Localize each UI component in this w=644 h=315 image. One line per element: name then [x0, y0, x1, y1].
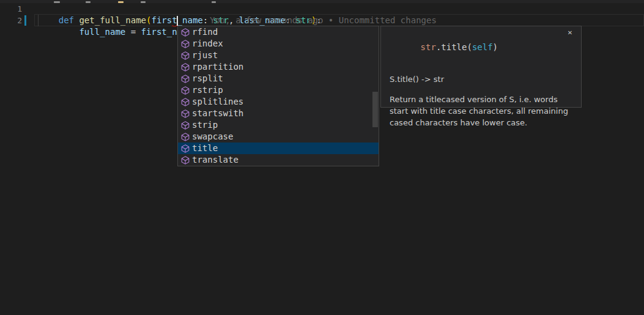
- code-editor: 1 2 def get_full_name(first_name: str, l…: [0, 0, 644, 315]
- method-icon: [180, 109, 190, 119]
- autocomplete-suggest-widget: rfind rindex rjust rpartition rsplit rst…: [177, 26, 379, 166]
- line-number-1[interactable]: 1: [0, 3, 22, 15]
- suggest-item-label: startswith: [192, 108, 243, 119]
- suggest-docs-panel: str.title(self) S.title() -> str Return …: [380, 26, 582, 108]
- method-icon: [180, 155, 190, 165]
- method-icon: [180, 74, 190, 84]
- token-operator: =: [125, 27, 141, 37]
- method-icon: [180, 51, 190, 61]
- method-icon: [180, 62, 190, 72]
- close-icon[interactable]: ✕: [566, 29, 574, 37]
- sig-token-bracket: ): [493, 42, 498, 52]
- method-icon: [180, 120, 190, 130]
- method-icon: [180, 132, 190, 142]
- gutter-modified-indicator: [24, 15, 26, 26]
- sig-token-type: str: [421, 42, 436, 52]
- docs-description: Return a titlecased version of S, i.e. w…: [390, 94, 574, 128]
- suggest-item-label: rindex: [192, 38, 223, 50]
- docs-summary: S.title() -> str: [390, 73, 572, 85]
- docs-signature: str.title(self): [390, 31, 572, 64]
- text-cursor: [177, 16, 178, 26]
- suggest-item-startswith[interactable]: startswith: [178, 108, 379, 119]
- suggest-item-rfind[interactable]: rfind: [178, 26, 379, 38]
- suggest-item-strip[interactable]: strip: [178, 119, 379, 131]
- method-icon: [180, 39, 190, 49]
- method-icon: [180, 28, 190, 37]
- token-indent: [59, 27, 80, 37]
- suggest-item-rstrip[interactable]: rstrip: [178, 84, 379, 96]
- sig-token-method: .title(: [436, 42, 472, 52]
- suggest-item-label: strip: [192, 119, 218, 131]
- method-icon: [180, 86, 190, 95]
- suggest-item-rindex[interactable]: rindex: [178, 38, 379, 50]
- suggest-item-label: rstrip: [192, 84, 223, 96]
- suggest-item-rpartition[interactable]: rpartition: [178, 61, 379, 73]
- suggest-item-label: rpartition: [192, 61, 243, 73]
- suggest-item-label: splitlines: [192, 96, 243, 108]
- token-variable: full_name: [79, 27, 125, 37]
- suggest-item-splitlines[interactable]: splitlines: [178, 96, 379, 108]
- suggest-scrollbar-thumb[interactable]: [372, 92, 378, 127]
- sig-token-parameter: self: [472, 42, 493, 52]
- method-icon: [180, 144, 190, 154]
- suggest-item-rjust[interactable]: rjust: [178, 50, 379, 61]
- line-number-2[interactable]: 2: [0, 15, 22, 26]
- suggest-item-label: title: [192, 143, 218, 154]
- suggest-item-label: rjust: [192, 50, 218, 61]
- suggest-item-label: translate: [192, 154, 239, 166]
- method-icon: [180, 97, 190, 107]
- code-line-2[interactable]: full_name = first_name.: [38, 15, 198, 50]
- suggest-item-label: swapcase: [192, 131, 233, 143]
- git-blame-annotation: You, a few seconds ago • Uncommitted cha…: [210, 15, 437, 26]
- suggest-item-translate[interactable]: translate: [178, 154, 379, 166]
- suggest-item-rsplit[interactable]: rsplit: [178, 73, 379, 84]
- suggest-item-swapcase[interactable]: swapcase: [178, 131, 379, 143]
- suggest-item-label: rsplit: [192, 73, 223, 84]
- suggest-item-title-selected[interactable]: title: [178, 143, 379, 154]
- suggest-item-label: rfind: [192, 26, 218, 38]
